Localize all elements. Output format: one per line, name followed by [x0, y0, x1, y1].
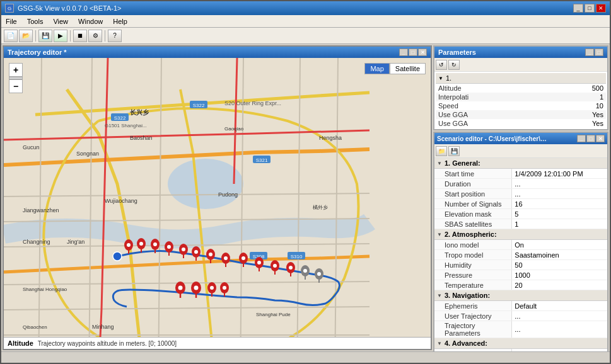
menu-view[interactable]: View [51, 17, 70, 26]
trajectory-editor-panel: Trajectory editor * _ □ ✕ [3, 45, 432, 350]
svg-text:S322: S322 [114, 115, 126, 121]
traj-maximize-btn[interactable]: □ [409, 48, 417, 56]
prop-val-1-3: 1000 [512, 270, 607, 280]
svg-point-87 [223, 286, 226, 290]
parameters-title-label: Parameters [438, 48, 476, 56]
new-btn[interactable]: 📄 [4, 30, 18, 42]
scenario-section-header-0[interactable]: ▼1. General: [434, 158, 607, 169]
prop-name-0-3: Number of Signals [434, 199, 512, 208]
prop-val-0-5: 1 [512, 219, 607, 229]
scenario-minimize-btn[interactable]: _ [577, 135, 586, 142]
svg-text:Gaoqiao: Gaoqiao [224, 126, 244, 132]
map-type-map-btn[interactable]: Map [364, 63, 389, 74]
scenario-section-header-3[interactable]: ▼4. Advanced: [434, 338, 607, 349]
altitude-panel: Altitude Trajectory waypoints altitude i… [4, 337, 431, 349]
prop-name-1-3: Pressure [434, 270, 512, 280]
svg-point-75 [317, 272, 321, 276]
right-panel: Parameters _ □ ↺ ↻ ▼ 1. [433, 44, 610, 351]
map-type-satellite-btn[interactable]: Satellite [390, 63, 426, 74]
menu-tools[interactable]: Tools [25, 17, 45, 26]
prop-row-2-0[interactable]: Ephemeris Default [434, 301, 607, 311]
svg-point-66 [273, 264, 277, 268]
prop-val-0-4: 5 [512, 209, 607, 219]
params-tool-1[interactable]: ↺ [436, 60, 447, 70]
traj-close-btn[interactable]: ✕ [418, 48, 427, 56]
prop-row-1-2[interactable]: Humidity 50 [434, 260, 607, 270]
svg-text:Jiangwanzhen: Jiangwanzhen [23, 207, 59, 213]
prop-row-0-3[interactable]: Number of Signals 16 [434, 199, 607, 209]
params-minimize-btn[interactable]: _ [585, 48, 594, 56]
prop-row-2-1[interactable]: User Trajectory ... [434, 311, 607, 321]
zoom-out-btn[interactable]: − [9, 79, 23, 93]
prop-row-1-3[interactable]: Pressure 1000 [434, 270, 607, 280]
prop-name-0-2: Start position [434, 189, 512, 198]
prop-val-2-1: ... [512, 311, 607, 321]
section-label-3: 4. Advanced: [445, 339, 487, 347]
menu-help[interactable]: Help [111, 17, 129, 26]
svg-point-42 [153, 242, 157, 246]
scenario-content: ▼1. General: Start time 1/4/2009 12:01:0… [434, 158, 607, 351]
settings-btn[interactable]: ⚙ [88, 30, 102, 42]
toolbar-sep-1 [35, 30, 36, 42]
prop-row-0-5[interactable]: SBAS satellites 1 [434, 219, 607, 229]
params-maximize-btn[interactable]: □ [595, 48, 603, 56]
prop-row-0-4[interactable]: Elevation mask 5 [434, 209, 607, 219]
prop-row-0-1[interactable]: Duration ... [434, 179, 607, 189]
minimize-btn[interactable]: _ [573, 4, 583, 13]
scenario-close-btn[interactable]: ✕ [596, 135, 605, 142]
svg-point-57 [224, 256, 228, 260]
svg-text:S310: S310 [291, 254, 303, 259]
stop-btn[interactable]: ⏹ [73, 30, 87, 42]
open-btn[interactable]: 📂 [19, 30, 33, 42]
params-tool-2[interactable]: ↻ [448, 60, 460, 70]
traj-minimize-btn[interactable]: _ [399, 48, 408, 56]
toolbar-sep-3 [105, 30, 105, 42]
trajectory-editor-title: Trajectory editor * [8, 48, 67, 56]
param-row-2: Speed10 [436, 101, 606, 110]
scenario-section-header-1[interactable]: ▼2. Atmospheric: [434, 229, 607, 240]
zoom-in-btn[interactable]: + [9, 63, 23, 77]
scenario-tool-2[interactable]: 💾 [448, 146, 460, 156]
save-btn[interactable]: 💾 [38, 30, 52, 42]
svg-point-84 [210, 286, 214, 290]
scenario-editor-panel: Scenario editor - C:\Users\jfischer\Docu… [433, 132, 608, 351]
svg-text:Shanghai Hongqiao: Shanghai Hongqiao [23, 287, 67, 292]
param-label-0: Altitude [438, 84, 462, 92]
prop-row-2-2[interactable]: Trajectory Parameters ... [434, 321, 607, 338]
prop-val-0-1: ... [512, 179, 607, 188]
close-btn[interactable]: ✕ [596, 4, 606, 13]
param-row-3: Use GGAYes [436, 110, 606, 119]
scenario-section-header-2[interactable]: ▼3. Navigation: [434, 290, 607, 301]
run-btn[interactable]: ▶ [54, 30, 67, 42]
prop-row-0-2[interactable]: Start position ... [434, 189, 607, 199]
param-row-1: Interpolati1 [436, 93, 606, 101]
prop-row-1-4[interactable]: Temperature 20 [434, 280, 607, 290]
scenario-maximize-btn[interactable]: □ [586, 135, 595, 142]
prop-row-1-0[interactable]: Iono model On [434, 240, 607, 250]
svg-text:Hengsha: Hengsha [319, 135, 342, 141]
scenario-toolbar: 📁 💾 [434, 144, 607, 158]
trajectory-panel-controls: _ □ ✕ [399, 48, 427, 56]
param-row-0: Altitude500 [436, 84, 606, 93]
scenario-tool-1[interactable]: 📁 [436, 146, 447, 156]
prop-row-0-0[interactable]: Start time 1/4/2009 12:01:00 PM [434, 169, 607, 179]
section-label-0: 1. General: [445, 159, 480, 167]
menu-file[interactable]: File [4, 17, 19, 26]
params-section-header: ▼ 1. [436, 73, 606, 84]
svg-text:Gucun: Gucun [23, 144, 40, 151]
params-controls: _ □ [585, 48, 603, 56]
prop-name-2-0: Ephemeris [434, 301, 512, 310]
svg-text:Shanghai Pude: Shanghai Pude [256, 312, 291, 317]
svg-text:S322: S322 [193, 103, 205, 108]
menu-window[interactable]: Window [76, 17, 105, 26]
prop-val-1-2: 50 [512, 260, 607, 270]
map-zoom-controls: + − [9, 63, 23, 93]
param-value-1: 1 [600, 93, 603, 101]
svg-text:Baoshan: Baoshan [130, 135, 153, 141]
maximize-btn[interactable]: □ [585, 4, 595, 13]
prop-name-1-2: Humidity [434, 260, 512, 270]
help-icon-btn[interactable]: ? [108, 30, 122, 42]
prop-name-0-4: Elevation mask [434, 209, 512, 219]
prop-val-2-0: Default [512, 301, 607, 310]
prop-row-1-1[interactable]: Tropo model Saastamoinen [434, 250, 607, 260]
